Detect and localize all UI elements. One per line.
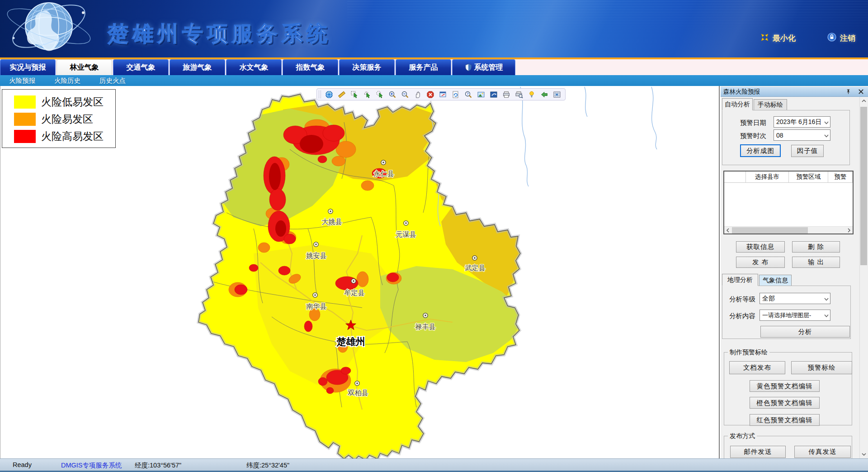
identify-icon[interactable]: ? — [464, 90, 473, 99]
town-marker-dot — [382, 162, 384, 163]
orange-warning-edit-button[interactable]: 橙色预警文档编辑 — [750, 397, 820, 409]
river-lines — [520, 87, 657, 186]
back-icon[interactable] — [540, 90, 549, 99]
select-circle-icon[interactable] — [375, 90, 384, 99]
doc-publish-button[interactable]: 文档发布 — [729, 361, 785, 374]
zoom-in-icon[interactable] — [388, 90, 397, 99]
yellow-warning-edit-button[interactable]: 黄色预警文档编辑 — [750, 380, 820, 392]
select-polygon-icon[interactable] — [363, 90, 372, 99]
globe-logo — [4, 0, 101, 57]
publish-button[interactable]: 发 布 — [736, 257, 785, 268]
main-nav-tabs: 实况与预报林业气象交通气象旅游气象水文气象指数气象决策服务服务产品系统管理 — [0, 59, 868, 75]
forest-fire-panel: 森林火险预报 自动分析 手动标绘 预警日期 2023年 6月16日 预警时次 0… — [721, 86, 868, 458]
scroll-up-icon[interactable] — [860, 97, 868, 105]
print-preview-icon[interactable] — [514, 90, 524, 99]
scroll-right-icon[interactable] — [845, 227, 853, 234]
legend-label: 火险高易发区 — [41, 129, 104, 143]
tab-manual-plot[interactable]: 手动标绘 — [754, 99, 787, 110]
nav-tab-label: 指数气象 — [296, 63, 325, 72]
pin-icon[interactable] — [844, 88, 852, 95]
hscroll-thumb[interactable] — [732, 227, 808, 234]
warning-date-select[interactable]: 2023年 6月16日 — [774, 116, 830, 128]
get-info-button[interactable]: 获取信息 — [736, 241, 785, 253]
export-button[interactable]: 输 出 — [792, 257, 840, 268]
overview-map-icon[interactable] — [552, 90, 561, 99]
close-icon[interactable] — [857, 88, 864, 95]
legend-item-0: 火险低易发区 — [14, 93, 115, 110]
nav-tab-1[interactable]: 林业气象 — [57, 59, 112, 75]
nav-tab-2[interactable]: 交通气象 — [113, 59, 169, 75]
nav-tab-7[interactable]: 服务产品 — [396, 59, 451, 75]
zoom-extent-icon[interactable] — [439, 90, 448, 99]
subnav-item-2[interactable]: 历史火点 — [99, 76, 126, 85]
status-ready: Ready — [13, 461, 32, 468]
analysis-level-label: 分析等级 — [729, 295, 755, 304]
nav-tab-label: 林业气象 — [70, 63, 99, 72]
analysis-content-select[interactable]: 一请选择地理图层- — [760, 310, 830, 321]
tab-weather-info[interactable]: 气象信息 — [759, 275, 792, 286]
map-export-icon[interactable] — [489, 90, 498, 99]
delete-button[interactable]: 删 除 — [792, 241, 840, 253]
warning-time-select[interactable]: 08 — [774, 129, 830, 141]
status-bar: Ready DMGIS专项服务系统 经度:103°56'57" 纬度:25°32… — [0, 458, 868, 472]
horizontal-scrollbar[interactable] — [724, 226, 853, 234]
toolbar-grip[interactable] — [319, 91, 321, 98]
nav-tab-5[interactable]: 指数气象 — [283, 59, 338, 75]
pan-icon[interactable] — [413, 90, 422, 99]
nav-tab-0[interactable]: 实况与预报 — [0, 59, 56, 75]
chevron-down-icon — [824, 312, 829, 319]
nav-tab-8[interactable]: 系统管理 — [452, 59, 515, 75]
capital-label: 楚雄州 — [336, 336, 365, 347]
county-label: 永仁县 — [374, 170, 394, 177]
list-column-0[interactable] — [724, 172, 746, 182]
refresh-icon[interactable] — [451, 90, 460, 99]
scroll-down-icon[interactable] — [860, 450, 868, 458]
list-column-3[interactable]: 预警 — [828, 172, 853, 182]
map-legend: 火险低易发区火险易发区火险高易发区 — [2, 89, 116, 148]
status-system-name[interactable]: DMGIS专项服务系统 — [61, 461, 122, 470]
nav-tab-6[interactable]: 决策服务 — [339, 59, 395, 75]
town-marker-dot — [356, 382, 358, 384]
analyze-map-button[interactable]: 分析成图 — [740, 144, 781, 157]
logout-button[interactable]: 注销 — [827, 33, 855, 43]
panel-title: 森林火险预报 — [723, 88, 760, 96]
vertical-scrollbar[interactable] — [859, 97, 867, 458]
subnav-item-1[interactable]: 火险历史 — [54, 76, 80, 85]
vscroll-thumb[interactable] — [860, 107, 867, 265]
list-column-2[interactable]: 预警区域 — [789, 172, 828, 182]
analyze-button[interactable]: 分析 — [760, 326, 850, 338]
globe-icon[interactable] — [325, 90, 334, 99]
header-banner: 楚雄州专项服务系统 最小化 — [0, 0, 868, 57]
nav-tab-label: 交通气象 — [127, 63, 156, 72]
county-regions[interactable] — [190, 88, 525, 458]
zoom-out-icon[interactable] — [401, 90, 410, 99]
email-send-button[interactable]: 邮件发送 — [730, 446, 786, 458]
legend-label: 火险低易发区 — [41, 95, 104, 109]
warning-list[interactable]: 选择县市预警区域预警 — [723, 171, 854, 234]
minimize-button[interactable]: 最小化 — [760, 33, 796, 43]
factor-value-button[interactable]: 因子值 — [791, 145, 824, 157]
print-icon[interactable] — [502, 90, 511, 99]
nav-tab-label: 水文气象 — [240, 63, 269, 72]
map-viewport[interactable]: 永仁县元谋县大姚县姚安县武定县牟定县南华县禄丰县双柏县 楚雄州 火险低易发区火险… — [0, 86, 720, 458]
image-export-icon[interactable] — [476, 90, 486, 99]
bulb-icon[interactable] — [527, 90, 536, 99]
red-warning-edit-button[interactable]: 红色预警文档编辑 — [750, 414, 820, 426]
scroll-left-icon[interactable] — [724, 227, 731, 234]
fax-send-button[interactable]: 传真发送 — [794, 446, 851, 458]
nav-tab-4[interactable]: 水文气象 — [226, 59, 282, 75]
select-rectangle-icon[interactable] — [350, 90, 359, 99]
list-column-1[interactable]: 选择县市 — [746, 172, 789, 182]
tab-geo-analysis[interactable]: 地理分析 — [722, 274, 758, 286]
map-toolbar: ? — [316, 88, 566, 100]
subnav-item-0[interactable]: 火险预报 — [9, 76, 35, 85]
stop-icon[interactable] — [426, 90, 435, 99]
nav-tab-label: 系统管理 — [474, 63, 503, 72]
town-marker-dot — [405, 222, 406, 224]
status-latitude: 纬度:25°32'45" — [246, 461, 289, 470]
warning-plot-button[interactable]: 预警标绘 — [791, 361, 852, 374]
analysis-level-select[interactable]: 全部 — [760, 293, 830, 304]
tab-auto-analysis[interactable]: 自动分析 — [722, 98, 753, 110]
ruler-icon[interactable] — [337, 90, 346, 99]
nav-tab-3[interactable]: 旅游气象 — [170, 59, 225, 75]
